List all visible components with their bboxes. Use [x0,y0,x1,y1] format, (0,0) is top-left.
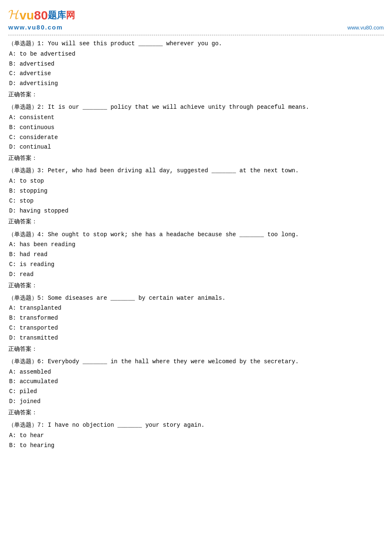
option-3-c: C: stop [8,196,384,206]
header-divider [8,35,384,35]
option-6-a: A: assembled [8,367,384,377]
option-2-b: B: continuous [8,123,384,133]
question-text-2: （单选题）2: It is our _______ policy that we… [8,102,384,112]
logo-subtitle: www.vu80.com [8,24,63,31]
question-text-4: （单选题）4: She ought to stop work; she has … [8,230,384,240]
logo-tiku-text: 题库 [48,9,66,22]
option-1-d: D: advertising [8,79,384,89]
option-5-c: C: transported [8,323,384,333]
option-1-a: A: to be advertised [8,49,384,59]
option-3-b: B: stopping [8,186,384,196]
logo-image: 𝓗 vu 80 题库 网 [8,7,75,23]
question-block-4: （单选题）4: She ought to stop work; she has … [8,230,384,291]
question-block-2: （单选题）2: It is our _______ policy that we… [8,102,384,163]
option-6-c: C: piled [8,387,384,397]
question-block-7: （单选题）7: I have no objection _______ your… [8,420,384,450]
option-2-d: D: continual [8,142,384,152]
question-text-6: （单选题）6: Everybody _______ in the hall wh… [8,357,384,367]
logo-bird-icon: 𝓗 [8,7,19,23]
option-4-b: B: had read [8,250,384,260]
logo-80-text: 80 [34,8,48,22]
question-text-7: （单选题）7: I have no objection _______ your… [8,420,384,430]
option-5-b: B: transformed [8,313,384,323]
answer-label-2: 正确答案： [8,153,384,163]
logo-area: 𝓗 vu 80 题库 网 www.vu80.com [8,7,75,31]
answer-label-5: 正确答案： [8,344,384,354]
option-2-c: C: considerate [8,133,384,143]
answer-label-6: 正确答案： [8,407,384,418]
option-1-c: C: advertise [8,69,384,79]
header-url-link[interactable]: www.vu80.com [348,24,384,31]
question-block-1: （单选题）1: You will see this product ______… [8,39,384,100]
answer-label-3: 正确答案： [8,216,384,227]
option-4-d: D: read [8,270,384,280]
option-7-a: A: to hear [8,431,384,441]
option-2-a: A: consistent [8,113,384,123]
option-6-d: D: joined [8,397,384,407]
page-header: 𝓗 vu 80 题库 网 www.vu80.com www.vu80.com [8,4,384,33]
option-5-a: A: transplanted [8,303,384,313]
question-block-6: （单选题）6: Everybody _______ in the hall wh… [8,357,384,418]
question-text-5: （单选题）5: Some diseases are _______ by cer… [8,293,384,303]
answer-label-1: 正确答案： [8,89,384,100]
logo-wang-text: 网 [66,9,75,22]
question-block-3: （单选题）3: Peter, who had been driving all … [8,166,384,227]
question-block-5: （单选题）5: Some diseases are _______ by cer… [8,293,384,354]
option-1-b: B: advertised [8,59,384,69]
option-7-b: B: to hearing [8,441,384,451]
logo-vu-text: vu [19,8,34,22]
option-6-b: B: accumulated [8,377,384,387]
option-4-c: C: is reading [8,260,384,270]
question-text-1: （单选题）1: You will see this product ______… [8,39,384,49]
option-3-d: D: having stopped [8,206,384,216]
option-3-a: A: to stop [8,176,384,186]
answer-label-4: 正确答案： [8,280,384,291]
option-5-d: D: transmitted [8,333,384,343]
question-text-3: （单选题）3: Peter, who had been driving all … [8,166,384,176]
questions-container: （单选题）1: You will see this product ______… [8,39,384,450]
option-4-a: A: has been reading [8,240,384,250]
